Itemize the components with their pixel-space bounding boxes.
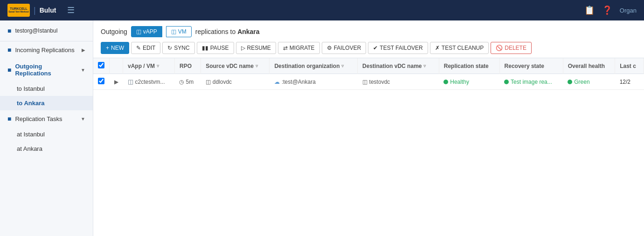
th-recovery-state[interactable]: Recovery state — [499, 58, 563, 74]
failover-button[interactable]: ⚙ FAILOVER — [322, 42, 367, 54]
delete-button[interactable]: 🚫 DELETE — [491, 42, 532, 54]
table-row: ▶ ◫ c2ctestvm... ◷ 5m — [93, 74, 644, 90]
new-label: NEW — [111, 45, 124, 51]
edit-button[interactable]: ✎ EDIT — [131, 42, 160, 54]
replications-table: vApp / VM ▿ RPO Source vDC name — [93, 58, 644, 90]
org-label: Organ — [620, 7, 637, 14]
bulut-label: Bulut — [40, 7, 56, 14]
tab-vapp-label: vAPP — [143, 28, 157, 35]
row-last-c-value: 12/2 — [620, 79, 630, 85]
vapp-cell-icon: ◫ c2ctestvm... — [128, 78, 165, 85]
sidebar-at-istanbul-label: at Istanbul — [17, 131, 45, 138]
row-vapp-vm-value: c2ctestvm... — [135, 79, 165, 85]
cloud-icon: ☁ — [274, 79, 280, 85]
sidebar-section: ■ Incoming Replications ▶ ■ Outgoing Rep… — [0, 41, 93, 156]
sidebar-item-at-ankara[interactable]: at Ankara — [0, 142, 93, 156]
resume-label: RESUME — [247, 45, 271, 51]
clock-icon: ◷ — [179, 79, 184, 85]
vapp-icon: ◫ — [136, 28, 141, 35]
tab-vm-label: VM — [178, 28, 187, 35]
row-expand-cell[interactable]: ▶ — [110, 74, 123, 90]
sort-source-icon: ▿ — [256, 63, 258, 68]
logo-divider: | — [34, 6, 36, 15]
sync-button[interactable]: ↻ SYNC — [162, 42, 194, 54]
migrate-icon: ⇄ — [283, 45, 288, 51]
logo-area: TURKCELL Sanal Veri Merkezi | Bulut — [7, 4, 56, 17]
sidebar-item-incoming-label: Incoming Replications — [15, 47, 74, 54]
turkcell-logo: TURKCELL Sanal Veri Merkezi — [7, 4, 30, 17]
sync-icon: ↻ — [167, 45, 172, 51]
th-dest-org[interactable]: Destination organization ▿ — [270, 58, 358, 74]
dest-vdc-icon: ◫ — [362, 79, 367, 85]
sidebar: ■ testorg@Istanbul ■ Incoming Replicatio… — [0, 20, 93, 236]
dest-org-cell: ☁ :test@Ankara — [274, 79, 316, 85]
vm-icon: ◫ — [171, 28, 176, 35]
sidebar-item-to-ankara[interactable]: to Ankara — [0, 96, 93, 110]
sort-dest-org-icon: ▿ — [341, 63, 344, 68]
row-dest-org-value: :test@Ankara — [282, 79, 316, 85]
chevron-down-icon: ▼ — [81, 67, 85, 73]
sync-label: SYNC — [174, 45, 189, 51]
resume-icon: ▷ — [241, 45, 245, 51]
clipboard-icon[interactable]: 📋 — [584, 5, 595, 15]
row-dest-vdc-value: testovdc — [369, 79, 390, 85]
edit-icon: ✎ — [136, 45, 141, 51]
th-last-c[interactable]: Last c — [615, 58, 644, 74]
resume-button[interactable]: ▷ RESUME — [236, 42, 276, 54]
table-container: vApp / VM ▿ RPO Source vDC name — [93, 58, 644, 236]
plus-icon: + — [106, 45, 109, 51]
edit-label: EDIT — [143, 45, 155, 51]
sidebar-item-to-istanbul[interactable]: to Istanbul — [0, 81, 93, 96]
sidebar-item-outgoing[interactable]: ■ Outgoing Replications ▼ — [0, 58, 93, 81]
migrate-label: MIGRATE — [290, 45, 315, 51]
th-dest-vdc[interactable]: Destination vDC name ▿ — [358, 58, 439, 74]
health-dot-green: ✓ — [443, 80, 448, 84]
outgoing-icon: ■ — [7, 66, 11, 74]
test-cleanup-button[interactable]: ✗ TEST CLEANUP — [430, 42, 489, 54]
row-dest-org: ☁ :test@Ankara — [270, 74, 358, 90]
row-last-c: 12/2 — [615, 74, 644, 90]
test-failover-label: TEST FAILOVER — [380, 45, 422, 51]
sidebar-item-tasks-label: Replication Tasks — [15, 115, 62, 122]
sidebar-at-ankara-label: at Ankara — [17, 145, 42, 152]
th-overall-health[interactable]: Overall health — [563, 58, 615, 74]
expand-icon: ▶ — [114, 79, 118, 85]
test-failover-button[interactable]: ✔ TEST FAILOVER — [368, 42, 428, 54]
toolbar-title-row: Outgoing ◫ vAPP ◫ VM replications to Ank… — [101, 26, 637, 37]
sidebar-item-at-istanbul[interactable]: at Istanbul — [0, 127, 93, 142]
row-source-vdc: ◫ ddlovdc — [201, 74, 270, 90]
source-vdc-cell: ◫ ddlovdc — [206, 79, 232, 85]
select-all-checkbox[interactable] — [98, 62, 104, 68]
th-replication-state[interactable]: Replication state — [439, 58, 499, 74]
failover-icon: ⚙ — [327, 45, 332, 51]
content-toolbar: Outgoing ◫ vAPP ◫ VM replications to Ank… — [93, 20, 644, 58]
vm-cell-icon: ◫ — [128, 78, 133, 85]
th-rpo[interactable]: RPO — [174, 58, 201, 74]
row-replication-state: ✓ Healthy — [439, 74, 499, 90]
pause-button[interactable]: ▮▮ PAUSE — [197, 42, 234, 54]
migrate-button[interactable]: ⇄ MIGRATE — [278, 42, 320, 54]
hamburger-icon[interactable]: ☰ — [67, 5, 75, 15]
sidebar-item-replication-tasks[interactable]: ■ Replication Tasks ▼ — [0, 110, 93, 127]
row-checkbox[interactable] — [98, 78, 104, 84]
table-header-row: vApp / VM ▿ RPO Source vDC name — [93, 58, 644, 74]
th-vapp-vm[interactable]: vApp / VM ▿ — [123, 58, 175, 74]
user-icon: ■ — [7, 27, 11, 34]
test-failover-icon: ✔ — [373, 45, 378, 51]
replication-state-value: ✓ Healthy — [443, 79, 495, 85]
sidebar-item-outgoing-label: Outgoing Replications — [15, 63, 77, 77]
pause-icon: ▮▮ — [202, 45, 208, 51]
row-checkbox-cell — [93, 74, 110, 90]
tab-vapp-button[interactable]: ◫ vAPP — [131, 26, 162, 37]
rpo-cell: ◷ 5m — [179, 79, 194, 85]
help-icon[interactable]: ❓ — [602, 5, 612, 15]
sidebar-item-incoming[interactable]: ■ Incoming Replications ▶ — [0, 41, 93, 58]
th-source-vdc[interactable]: Source vDC name ▿ — [201, 58, 270, 74]
th-expand — [110, 58, 123, 74]
new-button[interactable]: + NEW — [101, 42, 129, 54]
tab-vm-button[interactable]: ◫ VM — [166, 26, 192, 37]
sort-vapp-icon: ▿ — [157, 63, 159, 68]
row-vapp-vm: ◫ c2ctestvm... — [123, 74, 175, 90]
top-header: TURKCELL Sanal Veri Merkezi | Bulut ☰ 📋 … — [0, 0, 644, 20]
row-overall-health: ✓ Green — [563, 74, 615, 90]
